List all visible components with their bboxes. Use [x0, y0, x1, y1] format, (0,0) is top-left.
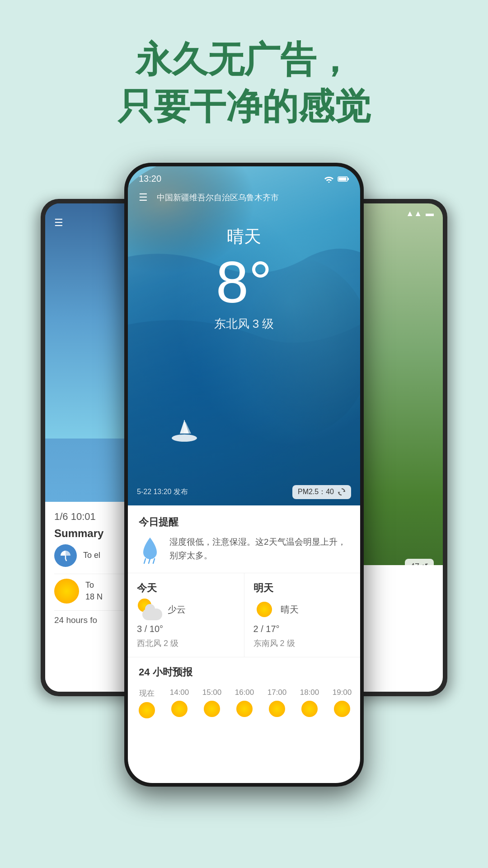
sun-icon — [253, 599, 275, 620]
right-wifi-icon: ▲▲ — [406, 209, 422, 218]
status-bar: 13:20 — [128, 174, 360, 184]
header-line2: 只要干净的感觉 — [0, 83, 488, 130]
weather-content: 晴天 8° 东北风 3 级 — [128, 225, 360, 332]
hour-label-17: 17:00 — [267, 688, 287, 697]
hour-label-15: 15:00 — [202, 688, 222, 697]
nav-bar: ☰ 中国新疆维吾尔自治区乌鲁木齐市 — [128, 192, 360, 203]
battery-icon — [338, 176, 349, 182]
partly-cloudy-icon — [137, 599, 162, 620]
hour-sun-now — [139, 702, 155, 718]
hour-sun-16 — [236, 701, 253, 717]
reminder-text: 湿度很低，注意保湿。这2天气温会明显上升，别穿太多。 — [169, 535, 349, 563]
boat-container — [164, 418, 205, 451]
svg-point-5 — [172, 434, 197, 442]
info-section: 今日提醒 湿度很低，注意保湿。这2天气温会明显上升，别穿太多。 — [128, 505, 360, 783]
phone-left-menu-icon: ☰ — [54, 217, 63, 229]
publish-time: 5-22 13:20 发布 — [137, 487, 188, 497]
phone-main-screen: 13:20 — [128, 166, 360, 783]
header-tagline: 永久无广告， 只要干净的感觉 — [0, 36, 488, 130]
reminder-title: 今日提醒 — [139, 515, 349, 529]
phone-group: ☰ 1/6 10:01 Summary To el — [41, 163, 447, 850]
hour-item-19: 19:00 — [328, 685, 357, 721]
hour-item-15: 15:00 — [197, 685, 226, 721]
rain-drop-icon — [139, 535, 161, 565]
hour-label-16: 16:00 — [235, 688, 254, 697]
hour-sun-15 — [204, 701, 220, 717]
left-temp: 18 N — [85, 591, 103, 603]
left-today-label: To — [85, 580, 103, 591]
umbrella-icon — [59, 549, 72, 562]
reminder-content: 湿度很低，注意保湿。这2天气温会明显上升，别穿太多。 — [139, 535, 349, 565]
hours-section: 24 小时预报 现在 14:00 15:00 — [128, 657, 360, 726]
svg-marker-4 — [185, 421, 191, 434]
hour-sun-17 — [269, 701, 285, 717]
weather-condition: 晴天 — [128, 225, 360, 248]
hour-item-now: 现在 — [132, 685, 161, 721]
status-time: 13:20 — [139, 174, 161, 184]
weather-background: 13:20 — [128, 166, 360, 505]
forecast-tomorrow: 明天 晴天 2 / 17° 东南风 2 级 — [244, 573, 361, 657]
tomorrow-label: 明天 — [253, 581, 352, 595]
header-line1: 永久无广告， — [0, 36, 488, 83]
boat-icon — [164, 418, 205, 449]
hour-label-19: 19:00 — [333, 688, 352, 697]
hour-sun-18 — [301, 701, 318, 717]
hour-label-18: 18:00 — [300, 688, 319, 697]
hours-title: 24 小时预报 — [128, 665, 360, 685]
today-wind: 西北风 2 级 — [137, 638, 235, 649]
svg-rect-9 — [347, 178, 349, 180]
phone-main: 13:20 — [124, 163, 364, 787]
tomorrow-icon-row: 晴天 — [253, 599, 352, 620]
hour-item-18: 18:00 — [295, 685, 324, 721]
hour-sun-14 — [171, 701, 188, 717]
refresh-icon[interactable] — [338, 488, 346, 496]
svg-line-15 — [153, 559, 155, 563]
reminder-section: 今日提醒 湿度很低，注意保湿。这2天气温会明显上升，别穿太多。 — [128, 505, 360, 573]
pm-badge: PM2.5：40 — [292, 485, 351, 499]
weather-wind: 东北风 3 级 — [128, 316, 360, 332]
today-condition: 少云 — [168, 604, 186, 616]
hour-item-17: 17:00 — [263, 685, 291, 721]
left-weather-text: To el — [83, 550, 100, 561]
status-icons — [324, 175, 349, 183]
right-battery-icon: ▬ — [426, 209, 434, 218]
today-icon-row: 少云 — [137, 599, 235, 620]
hour-sun-19 — [334, 701, 350, 717]
svg-line-13 — [144, 559, 145, 563]
forecast-row: 今天 少云 3 / 10° 西北风 2 级 明天 — [128, 573, 360, 657]
today-temp: 3 / 10° — [137, 624, 235, 634]
location-text: 中国新疆维吾尔自治区乌鲁木齐市 — [157, 192, 279, 203]
weather-temperature: 8° — [128, 253, 360, 311]
pm-value: PM2.5：40 — [298, 487, 334, 497]
hours-scroll[interactable]: 现在 14:00 15:00 16:00 — [128, 685, 360, 721]
tomorrow-temp: 2 / 17° — [253, 624, 352, 634]
tomorrow-condition: 晴天 — [281, 604, 299, 616]
forecast-today: 今天 少云 3 / 10° 西北风 2 级 — [128, 573, 244, 657]
ocean-texture — [128, 166, 360, 505]
svg-rect-10 — [339, 177, 347, 180]
today-label: 今天 — [137, 581, 235, 595]
wifi-icon — [324, 175, 334, 183]
hour-item-14: 14:00 — [165, 685, 194, 721]
menu-icon[interactable]: ☰ — [139, 192, 148, 203]
svg-line-14 — [149, 559, 150, 563]
hour-label-now: 现在 — [139, 688, 155, 698]
svg-point-7 — [328, 181, 330, 183]
weather-footer: 5-22 13:20 发布 PM2.5：40 — [128, 478, 360, 505]
hour-label-14: 14:00 — [170, 688, 189, 697]
tomorrow-wind: 东南风 2 级 — [253, 638, 352, 649]
hour-item-16: 16:00 — [230, 685, 259, 721]
